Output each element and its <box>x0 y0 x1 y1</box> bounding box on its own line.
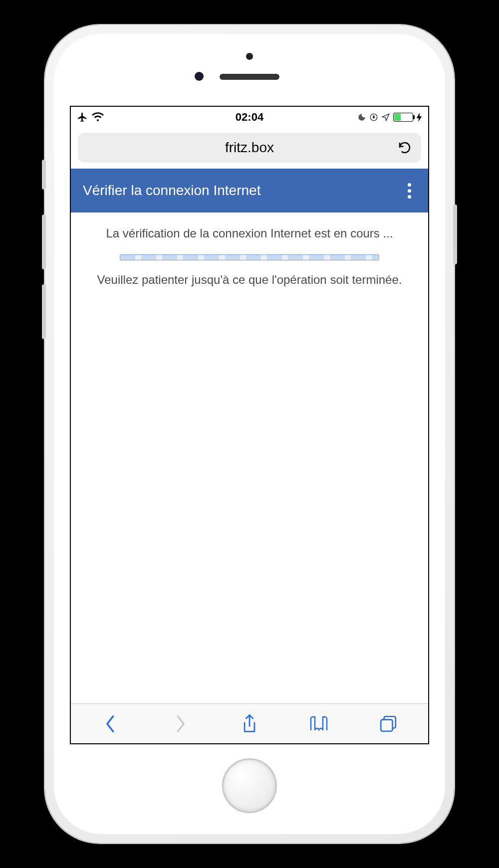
browser-chrome-top: fritz.box <box>71 128 428 169</box>
browser-toolbar <box>71 703 428 743</box>
progress-bar <box>120 254 379 260</box>
forward-button[interactable] <box>167 710 194 737</box>
home-button[interactable] <box>222 758 277 813</box>
volume-up-button <box>42 215 46 269</box>
airplane-icon <box>77 112 88 123</box>
earpiece-speaker <box>220 74 279 80</box>
more-options-button[interactable] <box>403 178 416 204</box>
main-content: La vérification de la connexion Internet… <box>71 213 428 703</box>
reload-icon[interactable] <box>397 140 412 155</box>
screen: 02:04 <box>70 106 429 744</box>
orientation-lock-icon <box>369 113 378 122</box>
front-camera <box>195 72 204 81</box>
address-text: fritz.box <box>225 140 274 156</box>
top-hardware <box>54 34 445 104</box>
bookmarks-button[interactable] <box>305 710 332 737</box>
status-time: 02:04 <box>236 111 263 124</box>
phone-device-frame: 02:04 <box>45 25 454 843</box>
battery-icon <box>393 113 413 122</box>
address-bar[interactable]: fritz.box <box>78 133 421 163</box>
svg-rect-2 <box>381 719 393 731</box>
back-button[interactable] <box>97 710 124 737</box>
verification-status-text: La vérification de la connexion Internet… <box>80 226 419 240</box>
phone-bezel: 02:04 <box>54 34 445 834</box>
page-title: Vérifier la connexion Internet <box>83 183 260 199</box>
wifi-icon <box>92 112 104 122</box>
share-button[interactable] <box>236 710 263 737</box>
charging-icon <box>416 113 422 122</box>
mute-switch <box>42 160 46 190</box>
do-not-disturb-icon <box>357 113 366 122</box>
power-button <box>453 205 457 264</box>
tabs-button[interactable] <box>375 710 402 737</box>
top-sensor <box>246 53 253 60</box>
volume-down-button <box>42 284 46 339</box>
location-icon <box>381 113 390 122</box>
ios-status-bar: 02:04 <box>71 107 428 128</box>
app-header: Vérifier la connexion Internet <box>71 169 428 213</box>
wait-instruction-text: Veuillez patienter jusqu'à ce que l'opér… <box>80 271 419 288</box>
